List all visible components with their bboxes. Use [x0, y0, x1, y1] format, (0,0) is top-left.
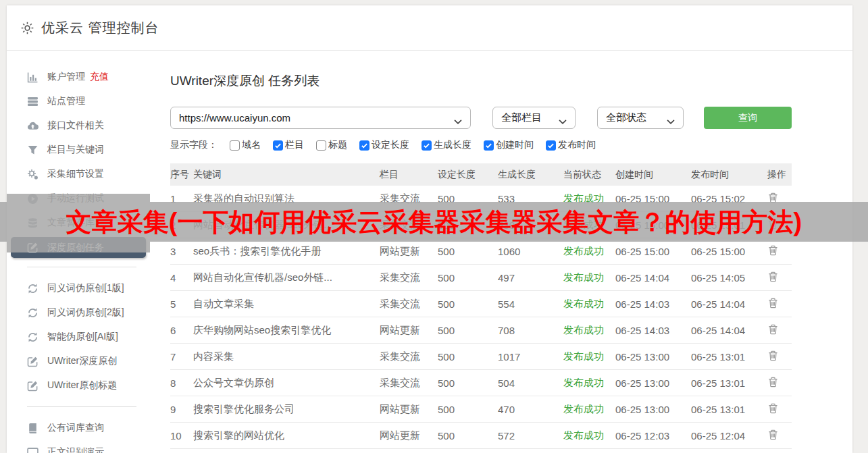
- sidebar-item[interactable]: 公有词库查询: [7, 416, 150, 440]
- field-checkbox-label: 域名: [242, 139, 261, 151]
- sidebar-item[interactable]: 采集细节设置: [7, 162, 150, 186]
- cell-status: 发布成功: [563, 324, 615, 337]
- sidebar-item[interactable]: 同义词伪原创[2版]: [7, 300, 150, 325]
- annotation-highlight: [7, 194, 150, 202]
- filter-icon: [27, 144, 39, 156]
- field-checkbox-label: 栏目: [285, 139, 304, 151]
- gears-icon: [27, 169, 39, 180]
- cell-actions: [767, 402, 792, 417]
- delete-button[interactable]: [767, 271, 779, 283]
- cell-column: 采集交流: [380, 298, 438, 311]
- cell-gen_len: 572: [498, 430, 563, 442]
- cloud-upload-icon: [27, 120, 39, 132]
- checkbox-checked[interactable]: [422, 140, 432, 151]
- cell-set_len: 500: [438, 325, 498, 336]
- refresh-icon: [27, 307, 39, 319]
- checkbox-unchecked[interactable]: [230, 140, 240, 151]
- delete-button[interactable]: [767, 402, 779, 415]
- field-checkbox-option[interactable]: 标题: [316, 139, 347, 151]
- cell-gen_len: 1017: [498, 351, 563, 363]
- table-row: 5自动文章采集采集交流500554发布成功06-25 14:0306-25 14…: [170, 291, 792, 317]
- cell-keyword: 网站自动化宣传机器/seo外链...: [193, 271, 380, 284]
- column-header: 栏目: [380, 169, 438, 181]
- column-header: 生成长度: [498, 169, 563, 181]
- checkbox-checked[interactable]: [546, 140, 556, 151]
- sidebar-item[interactable]: 栏目与关键词: [7, 138, 150, 162]
- recharge-badge[interactable]: 充值: [90, 71, 109, 83]
- cell-seq: 3: [170, 246, 193, 257]
- cell-set_len: 500: [438, 430, 498, 442]
- cell-published: 06-25 14:05: [691, 272, 767, 284]
- column-header: 当前状态: [563, 169, 615, 181]
- delete-button[interactable]: [767, 244, 779, 257]
- sidebar-item-label: 接口文件相关: [47, 119, 104, 132]
- sidebar-item[interactable]: 账户管理充值: [7, 65, 150, 89]
- cell-seq: 10: [170, 430, 193, 442]
- sidebar-item-label: 账户管理: [47, 71, 85, 83]
- sidebar-item[interactable]: 智能伪原创[AI版]: [7, 325, 150, 349]
- sidebar-item[interactable]: 正文识别演示: [7, 440, 150, 453]
- cell-seq: 8: [170, 377, 193, 389]
- cell-set_len: 500: [438, 404, 498, 415]
- field-checkbox-option[interactable]: 发布时间: [546, 139, 596, 151]
- sidebar-item[interactable]: 同义词伪原创[1版]: [7, 276, 150, 300]
- cell-published: 06-25 15:00: [691, 246, 767, 257]
- column-select[interactable]: 全部栏目: [492, 107, 576, 129]
- chevron-down-icon: [667, 115, 675, 121]
- cell-actions: [767, 297, 792, 311]
- column-header: 关键词: [193, 169, 380, 181]
- cell-created: 06-25 13:00: [615, 351, 691, 363]
- site-select[interactable]: https://www.ucaiyun.com: [170, 107, 471, 129]
- cell-status: 发布成功: [563, 377, 615, 390]
- trash-icon: [767, 271, 779, 283]
- delete-button[interactable]: [767, 429, 779, 441]
- table-row: 6庆华购物网站seo搜索引擎优化网站更新500708发布成功06-25 14:0…: [170, 317, 792, 344]
- cell-set_len: 500: [438, 298, 498, 310]
- sidebar-item-label: 智能伪原创[AI版]: [47, 331, 118, 343]
- cell-seq: 7: [170, 351, 193, 363]
- cell-gen_len: 708: [498, 325, 563, 336]
- cell-column: 网站更新: [380, 429, 438, 442]
- chevron-down-icon: [454, 115, 462, 121]
- cell-keyword: 自动文章采集: [193, 298, 380, 311]
- sidebar-item[interactable]: 接口文件相关: [7, 113, 150, 138]
- sidebar-item[interactable]: UWriter深度原创: [7, 349, 150, 373]
- delete-button[interactable]: [767, 350, 779, 362]
- checkbox-checked[interactable]: [359, 140, 369, 151]
- checkbox-checked[interactable]: [273, 140, 283, 151]
- checkbox-unchecked[interactable]: [316, 140, 326, 151]
- delete-button[interactable]: [767, 376, 779, 388]
- cell-column: 采集交流: [380, 377, 438, 390]
- sidebar-item-label: 同义词伪原创[2版]: [47, 307, 124, 319]
- sidebar-item-label: 同义词伪原创[1版]: [47, 282, 124, 294]
- status-select[interactable]: 全部状态: [597, 107, 684, 129]
- field-checkbox-label: 标题: [328, 139, 347, 151]
- table-row: 4网站自动化宣传机器/seo外链...采集交流500497发布成功06-25 1…: [170, 265, 792, 291]
- delete-button[interactable]: [767, 297, 779, 309]
- delete-button[interactable]: [767, 323, 779, 336]
- field-checkbox-option[interactable]: 域名: [230, 139, 261, 151]
- cell-created: 06-25 13:00: [615, 377, 691, 389]
- trash-icon: [767, 429, 779, 441]
- status-select-value: 全部状态: [606, 111, 646, 124]
- field-checkbox-option[interactable]: 设定长度: [359, 139, 409, 151]
- field-checkbox-option[interactable]: 创建时间: [484, 139, 534, 151]
- cell-actions: [767, 350, 792, 364]
- cell-created: 06-25 14:03: [615, 325, 691, 336]
- field-checkbox-option[interactable]: 生成长度: [422, 139, 471, 151]
- field-checkbox-option[interactable]: 栏目: [273, 139, 304, 151]
- checkbox-checked[interactable]: [484, 140, 494, 151]
- fields-label: 显示字段：: [170, 139, 218, 151]
- cell-actions: [767, 244, 792, 259]
- sidebar-item[interactable]: UWriter原创标题: [7, 373, 150, 398]
- column-select-value: 全部栏目: [501, 111, 542, 124]
- edit-icon: [27, 380, 39, 392]
- table-header-row: 序号关键词栏目设定长度生成长度当前状态创建时间发布时间操作: [170, 163, 792, 186]
- sidebar-item[interactable]: 站点管理: [7, 89, 150, 113]
- cell-created: 06-25 15:00: [615, 246, 691, 257]
- annotation-text: 文章采集(一下如何用优采云采集器采集器采集文章？的使用方法): [66, 209, 802, 235]
- column-header: 创建时间: [615, 169, 691, 181]
- query-button[interactable]: 查询: [704, 107, 792, 129]
- cell-seq: 9: [170, 404, 193, 415]
- sidebar-divider: [27, 406, 136, 407]
